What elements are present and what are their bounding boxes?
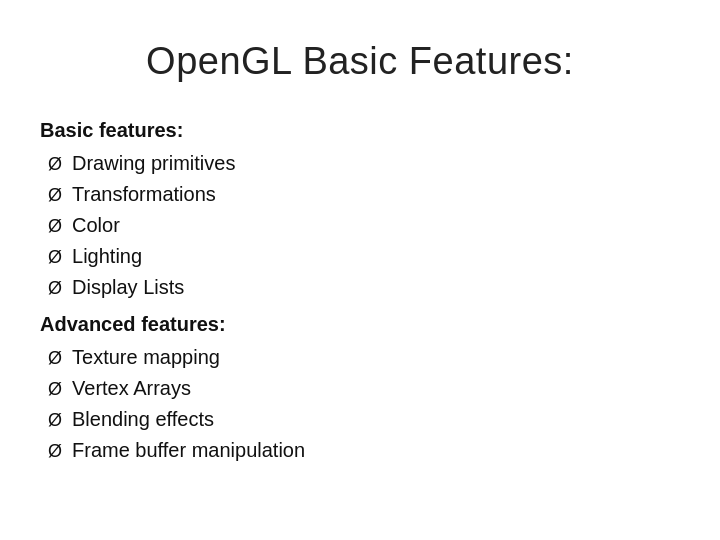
basic-item-3: Color [72, 210, 120, 241]
advanced-item-3: Blending effects [72, 404, 214, 435]
advanced-item-2: Vertex Arrays [72, 373, 191, 404]
arrow-icon: Ø [48, 438, 62, 466]
list-item: Ø Lighting [48, 241, 680, 272]
basic-item-4: Lighting [72, 241, 142, 272]
list-item: Ø Frame buffer manipulation [48, 435, 680, 466]
basic-item-5: Display Lists [72, 272, 184, 303]
basic-item-1: Drawing primitives [72, 148, 235, 179]
arrow-icon: Ø [48, 182, 62, 210]
arrow-icon: Ø [48, 151, 62, 179]
basic-features-header: Basic features: [40, 115, 680, 146]
arrow-icon: Ø [48, 244, 62, 272]
slide: OpenGL Basic Features: Basic features: Ø… [0, 0, 720, 540]
list-item: Ø Blending effects [48, 404, 680, 435]
list-item: Ø Transformations [48, 179, 680, 210]
basic-item-2: Transformations [72, 179, 216, 210]
list-item: Ø Drawing primitives [48, 148, 680, 179]
advanced-item-4: Frame buffer manipulation [72, 435, 305, 466]
list-item: Ø Vertex Arrays [48, 373, 680, 404]
slide-title: OpenGL Basic Features: [40, 40, 680, 83]
arrow-icon: Ø [48, 275, 62, 303]
list-item: Ø Texture mapping [48, 342, 680, 373]
arrow-icon: Ø [48, 345, 62, 373]
arrow-icon: Ø [48, 213, 62, 241]
list-item: Ø Display Lists [48, 272, 680, 303]
list-item: Ø Color [48, 210, 680, 241]
arrow-icon: Ø [48, 376, 62, 404]
slide-content: Basic features: Ø Drawing primitives Ø T… [40, 111, 680, 466]
arrow-icon: Ø [48, 407, 62, 435]
advanced-features-header: Advanced features: [40, 309, 680, 340]
advanced-item-1: Texture mapping [72, 342, 220, 373]
